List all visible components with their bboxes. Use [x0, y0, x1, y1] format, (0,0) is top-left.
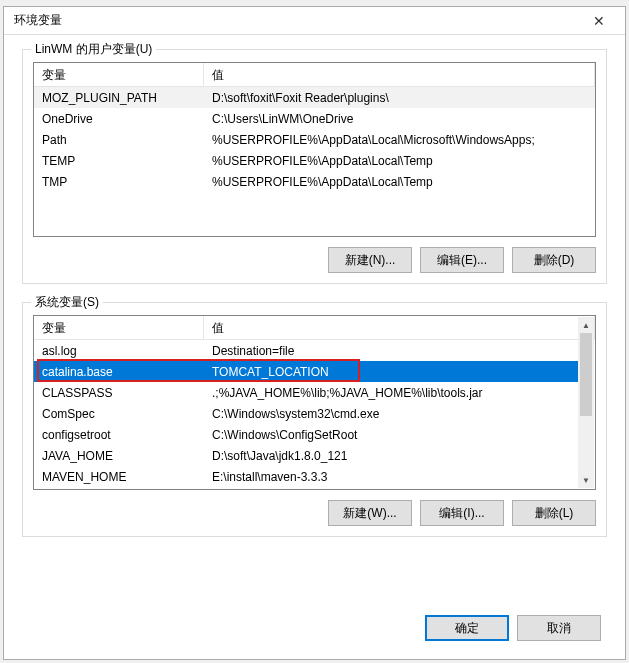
user-vars-buttons: 新建(N)... 编辑(E)... 删除(D) [33, 247, 596, 273]
cell-variable: configsetroot [34, 426, 204, 444]
cell-variable: MAVEN_HOME [34, 468, 204, 486]
user-vars-group: LinWM 的用户变量(U) 变量 值 MOZ_PLUGIN_PATHD:\so… [22, 49, 607, 284]
cell-variable: asl.log [34, 342, 204, 360]
scroll-track[interactable] [578, 333, 594, 472]
table-row[interactable]: asl.logDestination=file [34, 340, 579, 361]
table-row[interactable]: MAVEN_HOMEE:\install\maven-3.3.3 [34, 466, 579, 487]
col-header-value[interactable]: 值 [204, 63, 595, 86]
sys-vars-body: asl.logDestination=filecatalina.baseTOMC… [34, 340, 595, 489]
cell-value: C:\Windows\ConfigSetRoot [204, 426, 579, 444]
cell-variable: CLASSPASS [34, 384, 204, 402]
table-row[interactable]: Path%USERPROFILE%\AppData\Local\Microsof… [34, 129, 595, 150]
cell-variable: TMP [34, 173, 204, 191]
sys-delete-button[interactable]: 删除(L) [512, 500, 596, 526]
user-vars-group-label: LinWM 的用户变量(U) [31, 41, 156, 58]
cell-value: D:\soft\Java\jdk1.8.0_121 [204, 447, 579, 465]
ok-button[interactable]: 确定 [425, 615, 509, 641]
cell-variable: MOZ_PLUGIN_PATH [34, 89, 204, 107]
scrollbar[interactable]: ▲ ▼ [578, 317, 594, 488]
table-row[interactable]: catalina.baseTOMCAT_LOCATION [34, 361, 579, 382]
cell-value: %USERPROFILE%\AppData\Local\Temp [204, 173, 595, 191]
dialog-title: 环境变量 [14, 12, 579, 29]
cell-variable: TEMP [34, 152, 204, 170]
sys-new-button[interactable]: 新建(W)... [328, 500, 412, 526]
table-row[interactable]: TMP%USERPROFILE%\AppData\Local\Temp [34, 171, 595, 192]
cell-value: TOMCAT_LOCATION [204, 363, 579, 381]
table-row[interactable]: MOZ_PLUGIN_PATHD:\soft\foxit\Foxit Reade… [34, 87, 595, 108]
table-row[interactable]: JAVA_HOMED:\soft\Java\jdk1.8.0_121 [34, 445, 579, 466]
col-header-value[interactable]: 值 [204, 316, 595, 339]
table-row[interactable]: CLASSPASS.;%JAVA_HOME%\lib;%JAVA_HOME%\l… [34, 382, 579, 403]
sys-vars-group: 系统变量(S) 变量 值 asl.logDestination=filecata… [22, 302, 607, 537]
cell-value: .;%JAVA_HOME%\lib;%JAVA_HOME%\lib\tools.… [204, 384, 579, 402]
cancel-button[interactable]: 取消 [517, 615, 601, 641]
cell-value: %USERPROFILE%\AppData\Local\Temp [204, 152, 595, 170]
dialog-footer: 确定 取消 [4, 601, 625, 659]
close-icon[interactable]: ✕ [579, 9, 619, 33]
cell-value: E:\install\maven-3.3.3 [204, 468, 579, 486]
sys-vars-table[interactable]: 变量 值 asl.logDestination=filecatalina.bas… [33, 315, 596, 490]
titlebar: 环境变量 ✕ [4, 7, 625, 35]
user-edit-button[interactable]: 编辑(E)... [420, 247, 504, 273]
table-row[interactable]: configsetrootC:\Windows\ConfigSetRoot [34, 424, 579, 445]
scroll-thumb[interactable] [580, 333, 592, 416]
sys-vars-group-label: 系统变量(S) [31, 294, 103, 311]
col-header-variable[interactable]: 变量 [34, 63, 204, 86]
cell-variable: OneDrive [34, 110, 204, 128]
cell-variable: Path [34, 131, 204, 149]
table-row[interactable]: ComSpecC:\Windows\system32\cmd.exe [34, 403, 579, 424]
table-row[interactable]: TEMP%USERPROFILE%\AppData\Local\Temp [34, 150, 595, 171]
table-row[interactable]: OneDriveC:\Users\LinWM\OneDrive [34, 108, 595, 129]
user-vars-body: MOZ_PLUGIN_PATHD:\soft\foxit\Foxit Reade… [34, 87, 595, 236]
cell-variable: ComSpec [34, 405, 204, 423]
cell-value: D:\soft\foxit\Foxit Reader\plugins\ [204, 89, 595, 107]
scroll-up-icon[interactable]: ▲ [578, 317, 594, 333]
table-header: 变量 值 [34, 63, 595, 87]
table-header: 变量 值 [34, 316, 595, 340]
user-vars-table[interactable]: 变量 值 MOZ_PLUGIN_PATHD:\soft\foxit\Foxit … [33, 62, 596, 237]
user-new-button[interactable]: 新建(N)... [328, 247, 412, 273]
col-header-variable[interactable]: 变量 [34, 316, 204, 339]
user-delete-button[interactable]: 删除(D) [512, 247, 596, 273]
cell-value: C:\Users\LinWM\OneDrive [204, 110, 595, 128]
sys-vars-buttons: 新建(W)... 编辑(I)... 删除(L) [33, 500, 596, 526]
cell-value: %USERPROFILE%\AppData\Local\Microsoft\Wi… [204, 131, 595, 149]
cell-variable: JAVA_HOME [34, 447, 204, 465]
env-vars-dialog: 环境变量 ✕ LinWM 的用户变量(U) 变量 值 MOZ_PLUGIN_PA… [3, 6, 626, 660]
scroll-down-icon[interactable]: ▼ [578, 472, 594, 488]
sys-edit-button[interactable]: 编辑(I)... [420, 500, 504, 526]
cell-value: Destination=file [204, 342, 579, 360]
dialog-content: LinWM 的用户变量(U) 变量 值 MOZ_PLUGIN_PATHD:\so… [4, 35, 625, 601]
cell-variable: catalina.base [34, 363, 204, 381]
cell-value: C:\Windows\system32\cmd.exe [204, 405, 579, 423]
